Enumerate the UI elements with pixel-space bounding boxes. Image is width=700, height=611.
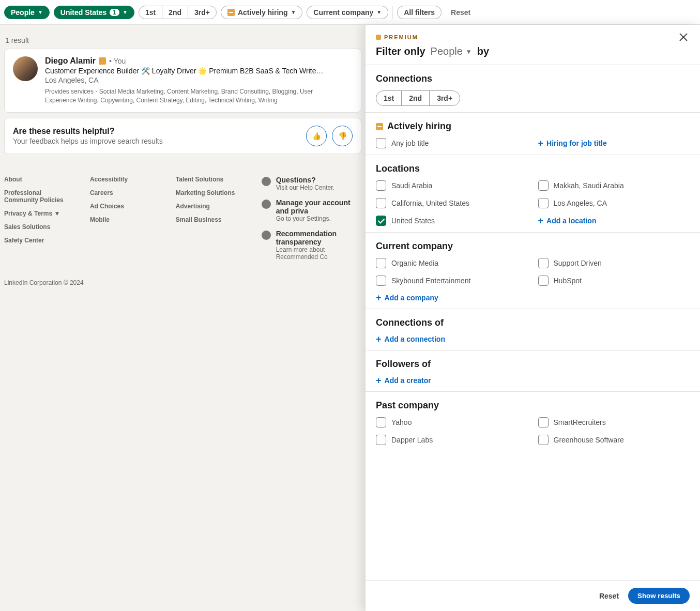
plus-icon: + xyxy=(376,293,382,302)
question-icon xyxy=(262,177,271,186)
section-title: Current company xyxy=(376,241,690,252)
filter-only-label: Filter only xyxy=(376,45,425,57)
plus-icon: + xyxy=(538,216,544,225)
footer-link[interactable]: Careers xyxy=(90,189,155,196)
company-checkbox[interactable]: HubSpot xyxy=(538,276,690,286)
footer-info: Questions?Visit our Help Center. Manage … xyxy=(262,176,361,261)
connections-section: Connections 1st 2nd 3rd+ xyxy=(366,65,700,113)
footer-link[interactable]: Ad Choices xyxy=(90,203,155,210)
reset-button[interactable]: Reset xyxy=(446,6,476,19)
premium-label: PREMIUM xyxy=(384,34,418,40)
separator xyxy=(392,6,393,19)
add-location[interactable]: +Add a location xyxy=(538,216,690,226)
footer-link[interactable]: Accessibility xyxy=(90,176,155,183)
info-sub: Go to your Settings. xyxy=(276,215,361,222)
current-company-pill[interactable]: Current company▼ xyxy=(307,6,388,19)
avatar[interactable] xyxy=(13,56,38,81)
location-checkbox[interactable]: Los Angeles, CA xyxy=(538,198,690,208)
people-pill[interactable]: People▼ xyxy=(4,6,50,19)
footer-info-row[interactable]: Manage your account and privaGo to your … xyxy=(262,198,361,222)
location-checkbox-us[interactable]: United States xyxy=(376,216,528,226)
thumbs-down-icon: 👎 xyxy=(338,132,347,140)
company-checkbox[interactable]: Skybound Entertainment xyxy=(376,276,528,286)
footer-info-row[interactable]: Recommendation transparencyLearn more ab… xyxy=(262,230,361,261)
footer-link-label: Privacy & Terms xyxy=(4,210,54,217)
location-label: United States xyxy=(60,8,106,17)
checkbox-label: Los Angeles, CA xyxy=(554,199,607,207)
location-pill[interactable]: United States1▼ xyxy=(54,6,134,19)
panel-reset-button[interactable]: Reset xyxy=(599,592,619,600)
premium-badge: PREMIUM xyxy=(376,34,418,40)
location-checkbox[interactable]: Makkah, Saudi Arabia xyxy=(538,180,690,191)
person-name[interactable]: Diego Alamir xyxy=(45,56,96,66)
checkbox-icon xyxy=(376,435,386,445)
conn-3rd[interactable]: 3rd+ xyxy=(430,91,460,105)
entity-type-select[interactable]: People▼ xyxy=(431,45,472,57)
feedback-title: Are these results helpful? xyxy=(13,127,163,136)
add-hiring-title[interactable]: +Hiring for job title xyxy=(538,138,690,148)
footer-info-row[interactable]: Questions?Visit our Help Center. xyxy=(262,176,361,191)
checkbox-icon xyxy=(376,180,386,191)
past-company-checkbox[interactable]: SmartRecruiters xyxy=(538,417,690,427)
footer-col-1: About Professional Community Policies Pr… xyxy=(4,176,69,261)
checkbox-label: Organic Media xyxy=(391,259,438,267)
show-results-button[interactable]: Show results xyxy=(628,588,690,604)
conn-1st[interactable]: 1st xyxy=(139,6,162,19)
results-area: 1 result Diego Alamir • You Customer Exp… xyxy=(0,25,366,167)
conn-2nd[interactable]: 2nd xyxy=(402,91,430,105)
footer-link[interactable]: Safety Center xyxy=(4,237,69,244)
add-label: Add a company xyxy=(385,294,438,302)
checkbox-label: California, United States xyxy=(391,199,469,207)
checkbox-label: Saudi Arabia xyxy=(391,181,432,190)
footer-link[interactable]: Mobile xyxy=(90,216,155,223)
checkbox-checked-icon xyxy=(376,216,386,226)
footer-link[interactable]: Privacy & Terms ▼ xyxy=(4,210,69,217)
add-connection[interactable]: +Add a connection xyxy=(376,334,690,344)
hiring-icon xyxy=(376,123,383,130)
past-company-checkbox[interactable]: Greenhouse Software xyxy=(538,435,690,445)
checkbox-label: HubSpot xyxy=(554,277,582,285)
gear-icon xyxy=(262,200,271,209)
add-creator[interactable]: +Add a creator xyxy=(376,376,690,385)
footer-link[interactable]: Advertising xyxy=(176,203,241,210)
past-company-checkbox[interactable]: Yahoo xyxy=(376,417,528,427)
checkbox-icon xyxy=(376,276,386,286)
conn-1st[interactable]: 1st xyxy=(376,91,402,105)
info-title: Recommendation transparency xyxy=(276,230,361,246)
current-company-label: Current company xyxy=(313,8,373,17)
checkbox-icon xyxy=(538,417,549,427)
section-title: Actively hiring xyxy=(376,121,690,132)
caret-down-icon: ▼ xyxy=(466,48,472,55)
actively-hiring-pill[interactable]: Actively hiring▼ xyxy=(221,6,302,19)
footer-link[interactable]: Sales Solutions xyxy=(4,223,69,231)
connections-of-section: Connections of +Add a connection xyxy=(366,309,700,350)
thumbs-down-button[interactable]: 👎 xyxy=(332,126,353,146)
past-company-checkbox[interactable]: Dapper Labs xyxy=(376,435,528,445)
checkbox-icon xyxy=(376,138,386,148)
company-checkbox[interactable]: Organic Media xyxy=(376,258,528,268)
close-button[interactable] xyxy=(677,31,690,43)
person-card[interactable]: Diego Alamir • You Customer Experience B… xyxy=(4,49,361,113)
caret-down-icon: ▼ xyxy=(38,9,43,15)
plus-icon: + xyxy=(376,334,382,344)
footer-link[interactable]: Marketing Solutions xyxy=(176,189,241,196)
footer-link[interactable]: Professional Community Policies xyxy=(4,189,69,204)
footer-link[interactable]: About xyxy=(4,176,69,183)
conn-3rd[interactable]: 3rd+ xyxy=(188,6,216,19)
thumbs-up-button[interactable]: 👍 xyxy=(306,126,327,146)
location-checkbox[interactable]: Saudi Arabia xyxy=(376,180,528,191)
location-checkbox[interactable]: California, United States xyxy=(376,198,528,208)
add-company[interactable]: +Add a company xyxy=(376,293,528,302)
section-title-label: Actively hiring xyxy=(387,121,451,132)
checkbox-icon xyxy=(538,276,549,286)
company-checkbox[interactable]: Support Driven xyxy=(538,258,690,268)
all-filters-pill[interactable]: All filters xyxy=(397,6,442,19)
caret-down-icon: ▼ xyxy=(291,9,296,15)
by-label: by xyxy=(477,45,489,57)
conn-2nd[interactable]: 2nd xyxy=(162,6,188,19)
footer-link[interactable]: Small Business xyxy=(176,216,241,223)
checkbox-label: Makkah, Saudi Arabia xyxy=(554,181,624,190)
any-job-title-checkbox[interactable]: Any job title xyxy=(376,138,528,148)
footer-link[interactable]: Talent Solutions xyxy=(176,176,241,183)
add-label: Add a creator xyxy=(385,376,431,385)
